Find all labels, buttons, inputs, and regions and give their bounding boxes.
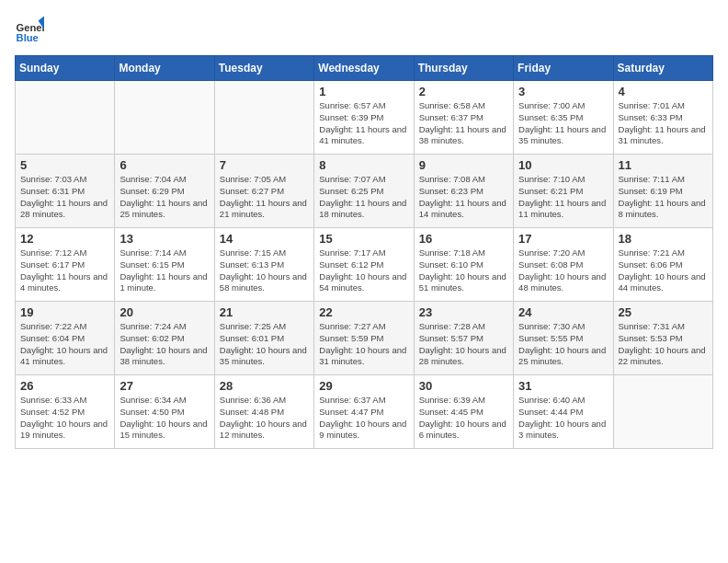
cell-info: Sunrise: 7:03 AMSunset: 6:31 PMDaylight:… bbox=[20, 174, 109, 221]
day-number: 30 bbox=[419, 379, 508, 393]
cell-info: Sunrise: 6:34 AMSunset: 4:50 PMDaylight:… bbox=[119, 395, 209, 442]
calendar-cell: 15Sunrise: 7:17 AMSunset: 6:12 PMDayligh… bbox=[314, 228, 414, 302]
cell-info: Sunrise: 7:22 AMSunset: 6:04 PMDaylight:… bbox=[20, 321, 109, 368]
day-number: 3 bbox=[518, 85, 608, 98]
calendar-cell: 1Sunrise: 6:57 AMSunset: 6:39 PMDaylight… bbox=[314, 81, 414, 155]
cell-info: Sunrise: 7:28 AMSunset: 5:57 PMDaylight:… bbox=[419, 321, 508, 368]
cell-info: Sunrise: 7:07 AMSunset: 6:25 PMDaylight:… bbox=[319, 174, 408, 221]
day-number: 11 bbox=[619, 158, 708, 172]
cell-info: Sunrise: 7:25 AMSunset: 6:01 PMDaylight:… bbox=[220, 321, 309, 368]
cell-info: Sunrise: 6:39 AMSunset: 4:45 PMDaylight:… bbox=[419, 395, 508, 442]
calendar-cell: 12Sunrise: 7:12 AMSunset: 6:17 PMDayligh… bbox=[16, 228, 115, 302]
calendar-cell bbox=[613, 375, 712, 449]
week-row-1: 1Sunrise: 6:57 AMSunset: 6:39 PMDaylight… bbox=[16, 81, 713, 155]
calendar-cell: 18Sunrise: 7:21 AMSunset: 6:06 PMDayligh… bbox=[613, 228, 712, 302]
cell-info: Sunrise: 7:05 AMSunset: 6:27 PMDaylight:… bbox=[220, 174, 309, 221]
cell-info: Sunrise: 6:33 AMSunset: 4:52 PMDaylight:… bbox=[20, 395, 109, 442]
calendar-cell: 29Sunrise: 6:37 AMSunset: 4:47 PMDayligh… bbox=[314, 375, 414, 449]
calendar-cell: 2Sunrise: 6:58 AMSunset: 6:37 PMDaylight… bbox=[414, 81, 513, 155]
cell-info: Sunrise: 7:14 AMSunset: 6:15 PMDaylight:… bbox=[119, 247, 209, 294]
cell-info: Sunrise: 7:20 AMSunset: 6:08 PMDaylight:… bbox=[518, 247, 608, 294]
day-number: 20 bbox=[119, 305, 209, 319]
day-header-monday: Monday bbox=[115, 56, 214, 81]
cell-info: Sunrise: 7:18 AMSunset: 6:10 PMDaylight:… bbox=[419, 247, 508, 294]
day-number: 16 bbox=[419, 232, 508, 246]
calendar-cell: 11Sunrise: 7:11 AMSunset: 6:19 PMDayligh… bbox=[613, 155, 712, 228]
day-number: 24 bbox=[518, 305, 608, 319]
calendar-cell: 23Sunrise: 7:28 AMSunset: 5:57 PMDayligh… bbox=[414, 302, 513, 375]
calendar-cell: 10Sunrise: 7:10 AMSunset: 6:21 PMDayligh… bbox=[514, 155, 613, 228]
day-number: 25 bbox=[619, 305, 708, 319]
day-number: 14 bbox=[220, 232, 309, 246]
cell-info: Sunrise: 7:15 AMSunset: 6:13 PMDaylight:… bbox=[220, 247, 309, 294]
calendar-cell: 9Sunrise: 7:08 AMSunset: 6:23 PMDaylight… bbox=[414, 155, 513, 228]
week-row-4: 19Sunrise: 7:22 AMSunset: 6:04 PMDayligh… bbox=[16, 302, 713, 375]
day-number: 12 bbox=[20, 232, 109, 246]
day-number: 17 bbox=[518, 232, 608, 246]
cell-info: Sunrise: 7:11 AMSunset: 6:19 PMDaylight:… bbox=[619, 174, 708, 221]
day-header-wednesday: Wednesday bbox=[314, 56, 414, 81]
page-header: General Blue bbox=[15, 15, 713, 44]
day-number: 22 bbox=[319, 305, 408, 319]
calendar-cell: 25Sunrise: 7:31 AMSunset: 5:53 PMDayligh… bbox=[613, 302, 712, 375]
calendar-cell: 20Sunrise: 7:24 AMSunset: 6:02 PMDayligh… bbox=[115, 302, 214, 375]
day-number: 8 bbox=[319, 158, 408, 172]
cell-info: Sunrise: 7:17 AMSunset: 6:12 PMDaylight:… bbox=[319, 247, 408, 294]
cell-info: Sunrise: 7:00 AMSunset: 6:35 PMDaylight:… bbox=[518, 100, 608, 147]
cell-info: Sunrise: 7:30 AMSunset: 5:55 PMDaylight:… bbox=[518, 321, 608, 368]
calendar-table: SundayMondayTuesdayWednesdayThursdayFrid… bbox=[15, 55, 713, 449]
calendar-cell: 24Sunrise: 7:30 AMSunset: 5:55 PMDayligh… bbox=[514, 302, 613, 375]
cell-info: Sunrise: 7:21 AMSunset: 6:06 PMDaylight:… bbox=[619, 247, 708, 294]
day-number: 1 bbox=[319, 85, 408, 98]
calendar-cell: 16Sunrise: 7:18 AMSunset: 6:10 PMDayligh… bbox=[414, 228, 513, 302]
calendar-cell: 19Sunrise: 7:22 AMSunset: 6:04 PMDayligh… bbox=[16, 302, 115, 375]
calendar-cell: 7Sunrise: 7:05 AMSunset: 6:27 PMDaylight… bbox=[214, 155, 313, 228]
calendar-cell: 3Sunrise: 7:00 AMSunset: 6:35 PMDaylight… bbox=[514, 81, 613, 155]
calendar-cell: 26Sunrise: 6:33 AMSunset: 4:52 PMDayligh… bbox=[16, 375, 115, 449]
cell-info: Sunrise: 7:27 AMSunset: 5:59 PMDaylight:… bbox=[319, 321, 408, 368]
day-number: 9 bbox=[419, 158, 508, 172]
logo-icon: General Blue bbox=[15, 15, 44, 44]
calendar-cell: 17Sunrise: 7:20 AMSunset: 6:08 PMDayligh… bbox=[514, 228, 613, 302]
day-header-sunday: Sunday bbox=[16, 56, 115, 81]
day-number: 6 bbox=[119, 158, 209, 172]
day-number: 31 bbox=[518, 379, 608, 393]
calendar-cell: 14Sunrise: 7:15 AMSunset: 6:13 PMDayligh… bbox=[214, 228, 313, 302]
svg-text:Blue: Blue bbox=[17, 32, 39, 43]
cell-info: Sunrise: 7:31 AMSunset: 5:53 PMDaylight:… bbox=[619, 321, 708, 368]
calendar-cell: 28Sunrise: 6:36 AMSunset: 4:48 PMDayligh… bbox=[214, 375, 313, 449]
cell-info: Sunrise: 6:58 AMSunset: 6:37 PMDaylight:… bbox=[419, 100, 508, 147]
cell-info: Sunrise: 6:36 AMSunset: 4:48 PMDaylight:… bbox=[220, 395, 309, 442]
logo: General Blue bbox=[15, 15, 48, 44]
calendar-cell: 31Sunrise: 6:40 AMSunset: 4:44 PMDayligh… bbox=[514, 375, 613, 449]
day-number: 13 bbox=[119, 232, 209, 246]
day-number: 7 bbox=[220, 158, 309, 172]
day-header-tuesday: Tuesday bbox=[214, 56, 313, 81]
day-number: 23 bbox=[419, 305, 508, 319]
svg-text:General: General bbox=[17, 22, 44, 33]
cell-info: Sunrise: 7:10 AMSunset: 6:21 PMDaylight:… bbox=[518, 174, 608, 221]
cell-info: Sunrise: 7:08 AMSunset: 6:23 PMDaylight:… bbox=[419, 174, 508, 221]
cell-info: Sunrise: 7:01 AMSunset: 6:33 PMDaylight:… bbox=[619, 100, 708, 147]
calendar-cell: 4Sunrise: 7:01 AMSunset: 6:33 PMDaylight… bbox=[613, 81, 712, 155]
day-number: 26 bbox=[20, 379, 109, 393]
calendar-cell: 27Sunrise: 6:34 AMSunset: 4:50 PMDayligh… bbox=[115, 375, 214, 449]
day-header-friday: Friday bbox=[514, 56, 613, 81]
calendar-cell: 13Sunrise: 7:14 AMSunset: 6:15 PMDayligh… bbox=[115, 228, 214, 302]
calendar-cell bbox=[115, 81, 214, 155]
day-number: 15 bbox=[319, 232, 408, 246]
calendar-cell bbox=[16, 81, 115, 155]
cell-info: Sunrise: 7:24 AMSunset: 6:02 PMDaylight:… bbox=[119, 321, 209, 368]
cell-info: Sunrise: 6:57 AMSunset: 6:39 PMDaylight:… bbox=[319, 100, 408, 147]
calendar-cell: 6Sunrise: 7:04 AMSunset: 6:29 PMDaylight… bbox=[115, 155, 214, 228]
day-number: 5 bbox=[20, 158, 109, 172]
day-number: 19 bbox=[20, 305, 109, 319]
calendar-cell: 5Sunrise: 7:03 AMSunset: 6:31 PMDaylight… bbox=[16, 155, 115, 228]
calendar-cell: 21Sunrise: 7:25 AMSunset: 6:01 PMDayligh… bbox=[214, 302, 313, 375]
week-row-2: 5Sunrise: 7:03 AMSunset: 6:31 PMDaylight… bbox=[16, 155, 713, 228]
cell-info: Sunrise: 7:04 AMSunset: 6:29 PMDaylight:… bbox=[119, 174, 209, 221]
day-number: 28 bbox=[220, 379, 309, 393]
calendar-cell: 22Sunrise: 7:27 AMSunset: 5:59 PMDayligh… bbox=[314, 302, 414, 375]
calendar-cell bbox=[214, 81, 313, 155]
calendar-cell: 8Sunrise: 7:07 AMSunset: 6:25 PMDaylight… bbox=[314, 155, 414, 228]
